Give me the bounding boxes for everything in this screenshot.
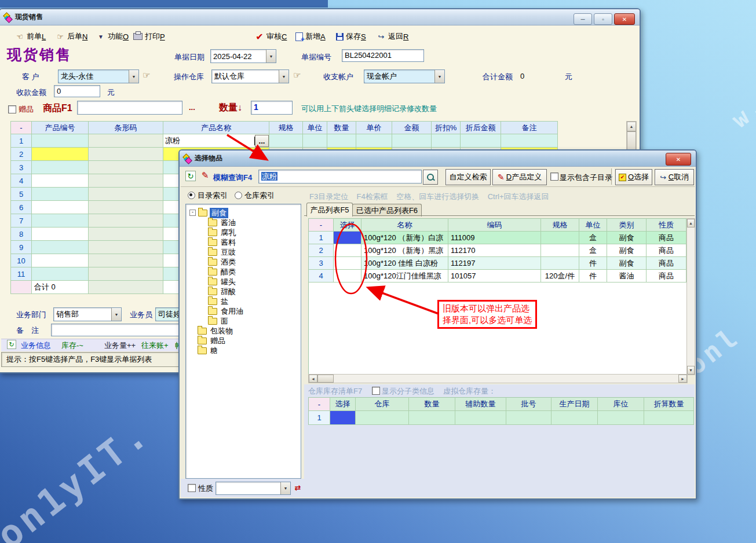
select-cell[interactable] <box>334 270 361 282</box>
table-cell[interactable] <box>32 214 89 228</box>
table-cell[interactable] <box>32 148 89 161</box>
table-cell[interactable] <box>32 267 89 281</box>
tree-item-腐乳[interactable]: 腐乳 <box>188 228 301 237</box>
product-cell[interactable]: 酱油 <box>607 270 647 282</box>
product-cell[interactable]: 商品 <box>647 244 686 257</box>
scroll-down-icon[interactable]: ▼ <box>687 366 695 375</box>
search-button[interactable] <box>423 170 438 185</box>
product-cell[interactable]: 件 <box>579 270 607 282</box>
stock-cell[interactable] <box>644 411 694 425</box>
column-header[interactable]: 生产日期 <box>552 397 598 411</box>
column-header[interactable]: 产品编号 <box>32 121 89 134</box>
stock-cell[interactable] <box>552 411 598 425</box>
nature-combo[interactable]: ▼ <box>216 482 291 495</box>
table-cell[interactable] <box>89 201 163 214</box>
column-header[interactable]: 规格 <box>541 218 579 232</box>
stock-cell[interactable] <box>598 411 644 425</box>
dept-combo[interactable]: 销售部▼ <box>53 307 122 321</box>
column-header[interactable]: 单价 <box>356 121 392 134</box>
column-header[interactable]: 选择 <box>330 397 356 411</box>
product-table-hscrollbar[interactable]: ◄ ► <box>308 374 688 383</box>
volume-link[interactable]: 业务量++ <box>104 340 136 351</box>
tree-item-糖[interactable]: 糖 <box>188 346 301 355</box>
functions-button[interactable]: ▼ 功能O <box>96 30 129 43</box>
product-input[interactable] <box>77 101 182 115</box>
column-header[interactable]: 性质 <box>647 218 686 232</box>
product-cell[interactable]: 111009 <box>448 232 541 244</box>
product-cell[interactable] <box>541 257 579 270</box>
tree-item-食用油[interactable]: 食用油 <box>188 306 301 316</box>
column-header[interactable]: 规格 <box>269 121 303 134</box>
cancel-button[interactable]: ↪ C取消 <box>655 169 694 185</box>
table-cell[interactable] <box>32 174 89 188</box>
table-cell[interactable] <box>89 214 163 228</box>
product-cell[interactable]: 副食 <box>607 232 647 244</box>
select-cell[interactable] <box>334 232 361 244</box>
product-cell[interactable]: 112170 <box>448 244 541 257</box>
column-header[interactable]: 选择 <box>334 218 361 232</box>
table-cell[interactable] <box>32 134 89 148</box>
minimize-button[interactable]: ─ <box>574 13 592 25</box>
tree-item-盐[interactable]: 盐 <box>188 296 301 306</box>
product-cell[interactable]: 100g*120 （新海）白凉 <box>361 232 448 244</box>
warehouse-index-radio[interactable] <box>235 192 242 199</box>
tree-item-副食[interactable]: -副食 <box>188 208 301 218</box>
table-cell[interactable] <box>501 134 558 148</box>
column-header[interactable]: 编码 <box>448 218 541 232</box>
tree-expander-icon[interactable]: - <box>189 210 196 216</box>
show-molecule-checkbox[interactable] <box>372 387 380 395</box>
column-header[interactable]: 数量 <box>409 397 455 411</box>
product-cell[interactable]: 4 <box>308 270 334 282</box>
product-cell[interactable]: 3 <box>308 257 334 270</box>
show-subdir-checkbox[interactable] <box>550 173 558 181</box>
next-doc-button[interactable]: ☞ 后单N <box>56 30 87 43</box>
table-cell[interactable] <box>327 134 356 148</box>
table-cell[interactable]: 凉粉... <box>163 134 269 148</box>
table-cell[interactable] <box>461 134 501 148</box>
product-cell[interactable]: 副食 <box>607 244 647 257</box>
product-lookup-button[interactable]: ... <box>255 135 269 147</box>
table-cell[interactable] <box>303 134 327 148</box>
column-header[interactable]: 单位 <box>579 218 607 232</box>
custom-search-button[interactable]: 自定义检索 <box>445 169 491 185</box>
scroll-up-icon[interactable]: ▲ <box>627 122 636 131</box>
table-cell[interactable] <box>89 174 163 188</box>
tree-item-面[interactable]: 面 <box>188 316 301 326</box>
tree-item-包装物[interactable]: 包装物 <box>188 326 301 336</box>
product-cell[interactable]: 盒 <box>579 232 607 244</box>
tree-item-豆豉[interactable]: 豆豉 <box>188 247 301 257</box>
column-header[interactable]: 折扣% <box>432 121 461 134</box>
column-header[interactable]: 单位 <box>303 121 327 134</box>
select-cell[interactable] <box>334 244 361 257</box>
column-header[interactable]: 仓库 <box>356 397 409 411</box>
account-combo[interactable]: 现金帐户▼ <box>364 69 445 83</box>
swap-icon[interactable]: ⇄ <box>293 483 302 492</box>
product-define-button[interactable]: ✎ D产品定义 <box>492 169 547 185</box>
add-new-button[interactable]: 新增A <box>295 30 326 43</box>
scroll-thumb[interactable] <box>627 131 636 150</box>
column-header[interactable]: - <box>308 397 330 411</box>
refresh-icon[interactable]: ↻ <box>7 340 16 349</box>
product-cell[interactable]: 112197 <box>448 257 541 270</box>
select-cell[interactable] <box>334 257 361 270</box>
table-cell[interactable] <box>89 148 163 161</box>
table-cell[interactable] <box>392 134 432 148</box>
select-button[interactable]: ✔ O选择 <box>615 169 652 185</box>
column-header[interactable]: - <box>308 218 334 232</box>
column-header[interactable]: - <box>10 121 32 134</box>
table-cell[interactable] <box>89 188 163 201</box>
row-number[interactable]: 10 <box>10 254 32 267</box>
product-cell[interactable]: 100g*120江门佳维黑凉 <box>361 270 448 282</box>
save-button[interactable]: 保存S <box>336 30 366 43</box>
qty-input[interactable]: 1 <box>251 101 293 115</box>
warehouse-lookup-icon[interactable]: ☞ <box>293 70 301 80</box>
column-header[interactable]: 库位 <box>598 397 644 411</box>
stock-cell[interactable] <box>356 411 409 425</box>
row-number[interactable]: 1 <box>10 134 32 148</box>
row-number[interactable]: 5 <box>10 188 32 201</box>
stock-cell[interactable] <box>455 411 506 425</box>
row-number[interactable]: 7 <box>10 214 32 228</box>
column-header[interactable]: 条形码 <box>89 121 163 134</box>
maximize-button[interactable]: ▫ <box>594 13 612 25</box>
table-cell[interactable] <box>32 228 89 241</box>
